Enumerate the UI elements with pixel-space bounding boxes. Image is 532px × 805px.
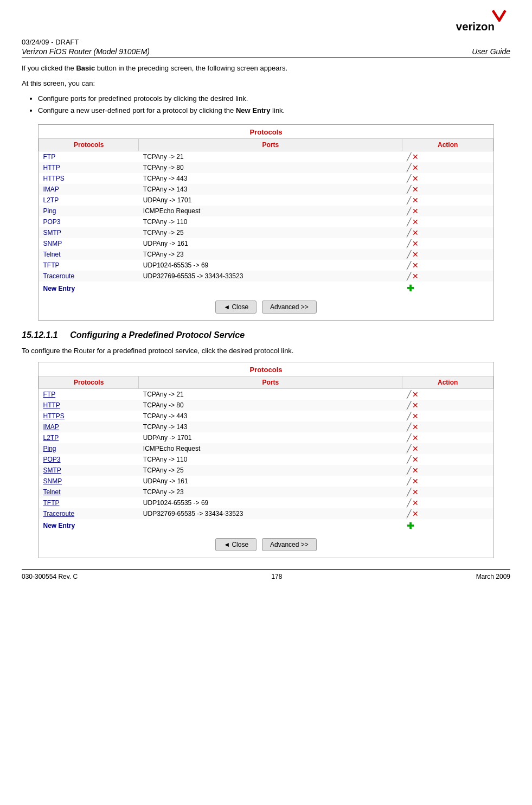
advanced-button-1[interactable]: Advanced >> (262, 301, 317, 314)
proto-link[interactable]: FTP (43, 391, 56, 398)
close-button-1[interactable]: ◄ Close (215, 301, 257, 314)
delete-icon[interactable]: ✕ (412, 163, 419, 172)
edit-icon[interactable]: ╱ (407, 401, 411, 410)
proto-cell[interactable]: HTTP (39, 400, 139, 411)
delete-icon[interactable]: ✕ (412, 509, 419, 518)
add-icon[interactable]: ✚ (407, 284, 414, 293)
proto-cell[interactable]: SMTP (39, 465, 139, 476)
proto-link[interactable]: Ping (43, 445, 56, 452)
new-entry-label[interactable]: New Entry (39, 519, 139, 533)
delete-icon[interactable]: ✕ (412, 477, 419, 485)
new-entry-label[interactable]: New Entry (39, 282, 139, 295)
edit-icon[interactable]: ╱ (407, 207, 411, 215)
delete-icon[interactable]: ✕ (412, 239, 419, 248)
new-entry-row[interactable]: New Entry✚ (39, 519, 493, 533)
proto-cell[interactable]: IMAP (39, 421, 139, 432)
edit-icon[interactable]: ╱ (407, 444, 411, 453)
edit-icon[interactable]: ╱ (407, 261, 411, 270)
delete-icon[interactable]: ✕ (412, 228, 419, 237)
proto-cell[interactable]: FTP (39, 388, 139, 400)
proto-link[interactable]: L2TP (43, 434, 59, 442)
button-row-2: ◄ Close Advanced >> (39, 538, 493, 551)
model-text: Verizon FiOS Router (Model 9100EM) (22, 47, 150, 56)
add-icon[interactable]: ✚ (407, 521, 414, 531)
protocols-title-2: Protocols (39, 362, 493, 376)
delete-icon[interactable]: ✕ (412, 444, 419, 453)
delete-icon[interactable]: ✕ (412, 390, 419, 399)
proto-link[interactable]: TFTP (43, 499, 60, 507)
proto-cell[interactable]: L2TP (39, 432, 139, 443)
edit-icon[interactable]: ╱ (407, 272, 411, 280)
proto-cell[interactable]: SNMP (39, 476, 139, 487)
edit-icon[interactable]: ╱ (407, 412, 411, 420)
new-entry-action[interactable]: ✚ (402, 282, 493, 295)
proto-link[interactable]: IMAP (43, 423, 59, 431)
edit-icon[interactable]: ╱ (407, 196, 411, 205)
delete-icon[interactable]: ✕ (412, 196, 419, 205)
proto-cell[interactable]: HTTPS (39, 411, 139, 421)
edit-icon[interactable]: ╱ (407, 477, 411, 485)
delete-icon[interactable]: ✕ (412, 272, 419, 280)
proto-link[interactable]: HTTP (43, 401, 60, 409)
edit-icon[interactable]: ╱ (407, 218, 411, 226)
edit-icon[interactable]: ╱ (407, 228, 411, 237)
edit-icon[interactable]: ╱ (407, 239, 411, 248)
proto-link[interactable]: POP3 (43, 456, 61, 463)
edit-icon[interactable]: ╱ (407, 499, 411, 507)
delete-icon[interactable]: ✕ (412, 401, 419, 410)
ports-cell: TCPAny -> 143 (139, 184, 402, 195)
delete-icon[interactable]: ✕ (412, 174, 419, 183)
delete-icon[interactable]: ✕ (412, 466, 419, 475)
new-entry-row[interactable]: New Entry✚ (39, 282, 493, 295)
advanced-button-2[interactable]: Advanced >> (262, 538, 317, 551)
delete-icon[interactable]: ✕ (412, 185, 419, 194)
delete-icon[interactable]: ✕ (412, 499, 419, 507)
delete-icon[interactable]: ✕ (412, 250, 419, 259)
new-entry-link[interactable]: New Entry (43, 522, 75, 529)
close-button-2[interactable]: ◄ Close (215, 538, 257, 551)
ports-cell: UDP1024-65535 -> 69 (139, 260, 402, 271)
edit-icon[interactable]: ╱ (407, 390, 411, 399)
delete-icon[interactable]: ✕ (412, 455, 419, 464)
action-cell: ╱✕ (402, 195, 493, 206)
proto-cell[interactable]: POP3 (39, 454, 139, 465)
delete-icon[interactable]: ✕ (412, 433, 419, 442)
proto-cell[interactable]: Traceroute (39, 508, 139, 519)
edit-icon[interactable]: ╱ (407, 250, 411, 259)
action-cell: ╱✕ (402, 216, 493, 227)
proto-link[interactable]: Telnet (43, 488, 61, 496)
table-row: IMAPTCPAny -> 143╱✕ (39, 184, 493, 195)
proto-cell[interactable]: Ping (39, 443, 139, 454)
ports-cell: TCPAny -> 143 (139, 421, 402, 432)
proto-cell[interactable]: Telnet (39, 487, 139, 497)
table-row: POP3TCPAny -> 110╱✕ (39, 454, 493, 465)
edit-icon[interactable]: ╱ (407, 455, 411, 464)
edit-icon[interactable]: ╱ (407, 488, 411, 496)
edit-icon[interactable]: ╱ (407, 466, 411, 475)
delete-icon[interactable]: ✕ (412, 423, 419, 431)
edit-icon[interactable]: ╱ (407, 185, 411, 194)
edit-icon[interactable]: ╱ (407, 163, 411, 172)
table-row: SMTPTCPAny -> 25╱✕ (39, 227, 493, 238)
edit-icon[interactable]: ╱ (407, 433, 411, 442)
new-entry-link[interactable]: New Entry (43, 285, 75, 292)
edit-icon[interactable]: ╱ (407, 174, 411, 183)
edit-icon[interactable]: ╱ (407, 423, 411, 431)
proto-link[interactable]: SNMP (43, 477, 62, 485)
delete-icon[interactable]: ✕ (412, 152, 419, 161)
edit-icon[interactable]: ╱ (407, 152, 411, 161)
delete-icon[interactable]: ✕ (412, 218, 419, 226)
proto-link[interactable]: SMTP (43, 467, 61, 474)
new-entry-action[interactable]: ✚ (402, 519, 493, 533)
protocols-box-1: Protocols Protocols Ports Action FTPTCPA… (38, 124, 494, 321)
proto-link[interactable]: HTTPS (43, 412, 65, 420)
proto-cell[interactable]: TFTP (39, 497, 139, 508)
proto-link[interactable]: Traceroute (43, 510, 75, 518)
table-row: TracerouteUDP32769-65535 -> 33434-33523╱… (39, 271, 493, 282)
delete-icon[interactable]: ✕ (412, 207, 419, 215)
delete-icon[interactable]: ✕ (412, 412, 419, 420)
delete-icon[interactable]: ✕ (412, 488, 419, 496)
table-row: TelnetTCPAny -> 23╱✕ (39, 487, 493, 497)
edit-icon[interactable]: ╱ (407, 509, 411, 518)
delete-icon[interactable]: ✕ (412, 261, 419, 270)
